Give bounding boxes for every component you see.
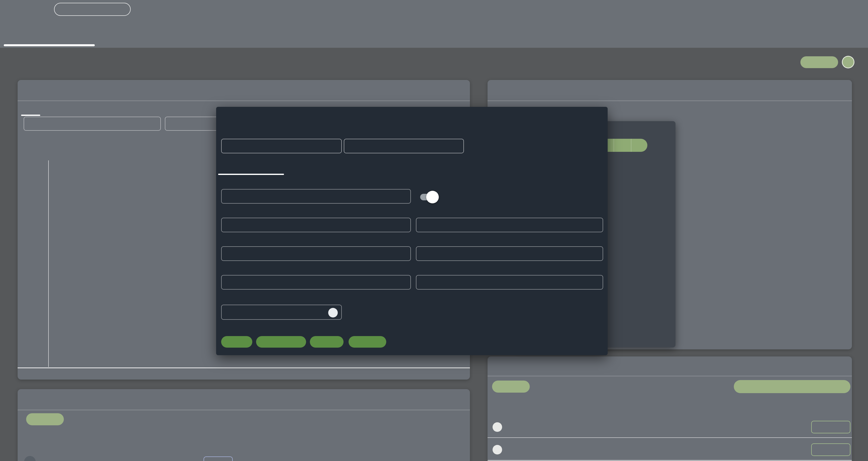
- clipboard-icon: [339, 23, 350, 34]
- preset-name-field[interactable]: [221, 139, 342, 153]
- open-in-new-icon[interactable]: [443, 88, 452, 96]
- download-icon[interactable]: [844, 103, 854, 114]
- presentation-icon: [541, 23, 553, 34]
- nav-order-management[interactable]: [191, 20, 291, 38]
- book-icon: [28, 119, 37, 128]
- history-clock-icon: [673, 5, 682, 14]
- dashboard-config-button[interactable]: [800, 56, 838, 68]
- edit-preset-modal: [216, 107, 608, 355]
- main-menu-position-select[interactable]: [221, 189, 411, 204]
- reset-button[interactable]: [310, 336, 344, 348]
- background-image-field[interactable]: [221, 305, 342, 320]
- folder-icon: [136, 23, 147, 34]
- close-x-icon[interactable]: [517, 445, 526, 454]
- info-icon[interactable]: [493, 422, 502, 432]
- accepted-badge[interactable]: [811, 421, 850, 433]
- calendar-panel-icon: [24, 87, 34, 96]
- calendar-grid-bottom-line: [18, 368, 470, 368]
- density-select[interactable]: [221, 246, 411, 261]
- booked-hours-panel: [18, 389, 470, 461]
- calendar-tab-underline: [21, 115, 40, 116]
- status-badge-pending: [204, 457, 233, 461]
- shortcuts-menu[interactable]: [696, 5, 708, 14]
- shortcuts-position-select[interactable]: [416, 218, 603, 232]
- clear-field-button[interactable]: [328, 308, 338, 317]
- calendar-grid-time-divider: [48, 160, 49, 367]
- toggle-knob: [426, 191, 439, 203]
- nav-todays-activities[interactable]: [0, 20, 92, 38]
- activities-filter-select[interactable]: [24, 117, 161, 131]
- phone-icon: [494, 362, 504, 371]
- background-opacity-select[interactable]: [416, 275, 603, 289]
- save-and-use-button[interactable]: [256, 336, 306, 348]
- my-calls-panel: [488, 357, 852, 461]
- user-avatar-icon: [719, 5, 728, 14]
- paperclip-icon[interactable]: [226, 308, 234, 316]
- date-widget[interactable]: [627, 5, 639, 14]
- topbar-right: [627, 0, 732, 19]
- envelope-icon: [650, 5, 659, 14]
- rounded-buttons-toggle[interactable]: [420, 194, 436, 200]
- last-viewed-menu[interactable]: [673, 5, 685, 14]
- search-input[interactable]: [70, 5, 121, 13]
- close-x-icon[interactable]: [517, 422, 526, 431]
- help-button[interactable]: [842, 56, 855, 68]
- hourglass-icon: [24, 395, 34, 404]
- close-icon[interactable]: [596, 112, 606, 121]
- funnel-chart-icon: [493, 86, 504, 97]
- nav-customer-service[interactable]: [397, 20, 498, 38]
- page-home-icon: [19, 58, 30, 69]
- save-button[interactable]: [221, 336, 252, 348]
- tools-icon: [441, 23, 453, 34]
- main-nav: [0, 20, 597, 38]
- presets-page-number[interactable]: [614, 139, 631, 152]
- info-icon[interactable]: [493, 445, 502, 455]
- search-box[interactable]: [54, 3, 131, 16]
- shared-with-select[interactable]: [344, 139, 464, 153]
- nav-reports-settings[interactable]: [498, 20, 597, 38]
- user-menu[interactable]: [719, 5, 732, 14]
- last-viewed-position-select[interactable]: [221, 218, 411, 232]
- close-icon[interactable]: [636, 124, 645, 133]
- home-icon: [40, 23, 52, 35]
- open-in-new-icon[interactable]: [455, 396, 464, 405]
- modal-tab-underline: [218, 174, 284, 175]
- booked-create-button[interactable]: [26, 413, 64, 425]
- input-variant-select[interactable]: [416, 246, 603, 261]
- nav-project-management[interactable]: [291, 20, 397, 38]
- active-tab-underline: [4, 44, 95, 46]
- search-icon: [59, 5, 67, 13]
- booked-row-avatar[interactable]: [24, 456, 36, 461]
- screen: { "glyphs": {"gear":"⚙","caret_down":"▼"…: [0, 0, 868, 461]
- person-icon: [169, 119, 178, 128]
- calls-create-button[interactable]: [492, 380, 530, 393]
- cancel-button[interactable]: [348, 336, 386, 348]
- nav-sales-marketing[interactable]: [92, 20, 191, 38]
- clear-x-icon: [331, 310, 336, 315]
- invoice-icon: [236, 23, 247, 34]
- grid-dots-icon: [696, 5, 705, 14]
- accepted-badge[interactable]: [811, 443, 850, 456]
- open-in-new-icon[interactable]: [844, 363, 853, 371]
- calls-pagination: [734, 380, 850, 393]
- mail-widget[interactable]: [650, 5, 662, 14]
- calendar-icon: [627, 5, 636, 14]
- label-position-select[interactable]: [221, 275, 411, 289]
